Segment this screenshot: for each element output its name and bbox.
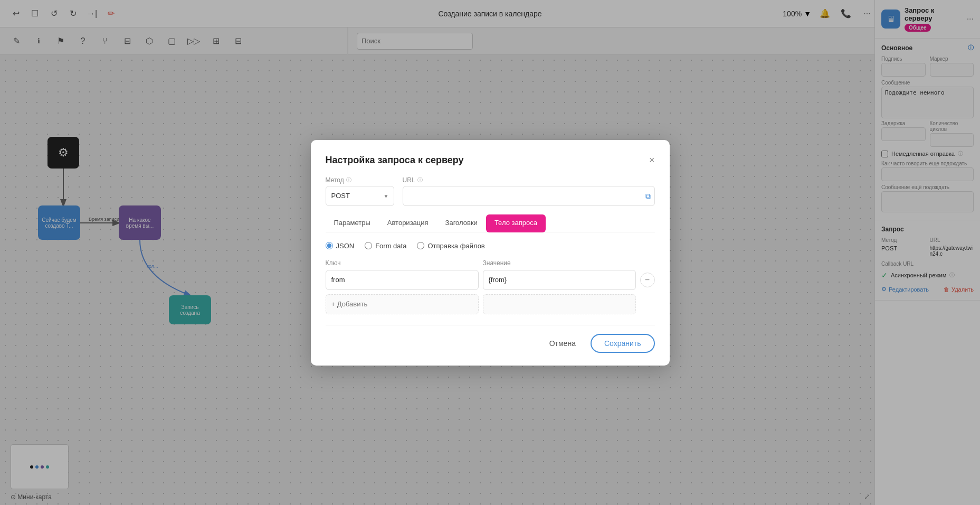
kv-remove-0-btn[interactable]: − <box>640 273 655 287</box>
label-modal-method: Метод ⓘ <box>326 176 394 184</box>
modal-title: Настройка запроса к серверу <box>326 155 464 166</box>
tab-body[interactable]: Тело запроса <box>486 214 546 232</box>
info-method-icon: ⓘ <box>346 176 351 184</box>
modal-overlay: Настройка запроса к серверу × Метод ⓘ PO… <box>0 0 980 505</box>
method-select[interactable]: POST GET PUT DELETE <box>326 186 394 206</box>
modal-method-group: Метод ⓘ POST GET PUT DELETE ▼ <box>326 176 394 206</box>
radio-files[interactable]: Отправка файлов <box>417 242 484 250</box>
kv-header: Ключ Значение <box>326 259 655 267</box>
modal-header: Настройка запроса к серверу × <box>326 155 655 166</box>
radio-formdata-label: Form data <box>375 242 406 250</box>
kv-value-header: Значение <box>483 259 636 267</box>
modal-close-btn[interactable]: × <box>649 155 655 166</box>
modal-url-group: URL ⓘ https://gateway.twin24.ai/api/v1/i… <box>403 176 655 206</box>
method-select-wrapper: POST GET PUT DELETE ▼ <box>326 186 394 206</box>
kv-row-0: − <box>326 270 655 290</box>
radio-json-input[interactable] <box>326 242 333 249</box>
url-input[interactable]: https://gateway.twin24.ai/api/v1/integra… <box>403 186 655 206</box>
kv-key-header: Ключ <box>326 259 479 267</box>
modal-footer: Отмена Сохранить <box>326 325 655 353</box>
tab-auth[interactable]: Авторизация <box>379 214 437 232</box>
save-button[interactable]: Сохранить <box>591 334 655 353</box>
radio-formdata-input[interactable] <box>365 242 372 249</box>
radio-files-label: Отправка файлов <box>427 242 484 250</box>
label-modal-url: URL ⓘ <box>403 176 655 184</box>
modal-dialog: Настройка запроса к серверу × Метод ⓘ PO… <box>311 140 670 366</box>
tab-headers[interactable]: Заголовки <box>437 214 486 232</box>
radio-files-input[interactable] <box>417 242 424 249</box>
kv-row-add <box>326 294 655 314</box>
url-copy-btn[interactable]: ⧉ <box>645 191 651 200</box>
radio-group: JSON Form data Отправка файлов <box>326 242 655 250</box>
radio-json[interactable]: JSON <box>326 242 355 250</box>
kv-add-value[interactable] <box>483 294 636 314</box>
kv-add-key[interactable] <box>326 294 479 314</box>
url-wrapper: https://gateway.twin24.ai/api/v1/integra… <box>403 186 655 206</box>
tab-params[interactable]: Параметры <box>326 214 379 232</box>
modal-tabs: Параметры Авторизация Заголовки Тело зап… <box>326 214 655 232</box>
kv-value-0[interactable] <box>483 270 636 290</box>
modal-method-url-row: Метод ⓘ POST GET PUT DELETE ▼ URL ⓘ <box>326 176 655 206</box>
kv-key-0[interactable] <box>326 270 479 290</box>
kv-table: Ключ Значение − <box>326 259 655 314</box>
radio-formdata[interactable]: Form data <box>365 242 406 250</box>
radio-json-label: JSON <box>336 242 355 250</box>
info-url-icon: ⓘ <box>417 176 423 184</box>
cancel-button[interactable]: Отмена <box>541 334 584 353</box>
